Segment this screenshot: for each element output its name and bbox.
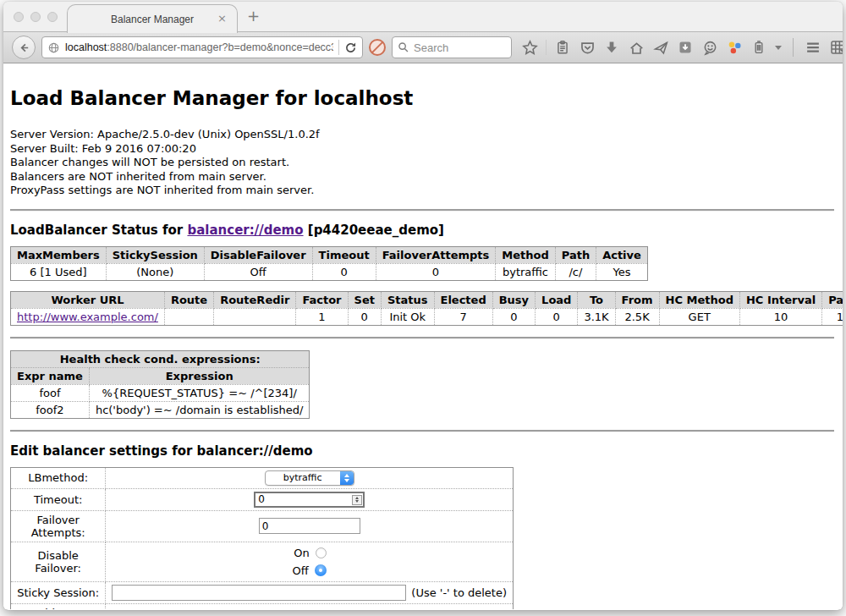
loadbalancer-status-heading: LoadBalancer Status for balancer://demo … <box>10 223 834 238</box>
status-heading-prefix: LoadBalancer Status for <box>10 223 183 238</box>
select-stepper-icon <box>340 471 354 485</box>
col-busy: Busy <box>492 291 535 308</box>
content-blocked-icon[interactable] <box>369 39 386 56</box>
lbmethod-select[interactable]: bytraffic <box>265 470 354 486</box>
add-worker-label: Add New Worker: <box>11 603 106 609</box>
col-set: Set <box>348 291 381 308</box>
col-failoverattempts: FailoverAttempts <box>376 246 496 263</box>
cell-status: Init Ok <box>381 308 434 325</box>
col-route: Route <box>164 291 213 308</box>
tab-balancer-manager[interactable]: Balancer Manager × <box>67 4 238 33</box>
window-zoom-button[interactable] <box>47 12 58 22</box>
window-minimize-button[interactable] <box>30 12 41 22</box>
cell-hc-interval: 10 <box>739 308 821 325</box>
col-disablefailover: DisableFailover <box>204 246 312 263</box>
toolbar-separator-2 <box>793 38 794 57</box>
col-path: Path <box>555 246 596 263</box>
col-method: Method <box>496 246 555 263</box>
cell-expression: hc('body') =~ /domain is established/ <box>89 401 310 418</box>
on-label: On <box>294 545 309 561</box>
col-expression: Expression <box>89 367 310 384</box>
grid-panel-icon[interactable] <box>829 39 843 56</box>
worker-url-link[interactable]: http://www.example.com/ <box>17 311 158 323</box>
page-title: Load Balancer Manager for localhost <box>10 87 834 109</box>
cell-stickysession: (None) <box>106 263 204 280</box>
divider <box>10 430 834 432</box>
toolbar-icons <box>521 38 843 57</box>
url-bar[interactable]: localhost:8880/balancer-manager?b=demo&n… <box>41 36 363 58</box>
failover-attempts-input[interactable] <box>259 518 360 534</box>
cell-expression: %{REQUEST_STATUS} =~ /^[234]/ <box>89 384 310 401</box>
bookmark-star-icon[interactable] <box>521 39 538 56</box>
col-passes: Passes <box>822 291 843 308</box>
search-icon <box>398 41 409 53</box>
disable-failover-on-radio[interactable] <box>316 547 327 558</box>
cell-timeout: 0 <box>312 263 376 280</box>
edit-settings-heading: Edit balancer settings for balancer://de… <box>10 443 834 459</box>
col-expr-name: Expr name <box>11 367 90 384</box>
balancer-summary-table: MaxMembers StickySession DisableFailover… <box>10 246 648 281</box>
number-spinner-icon[interactable] <box>352 495 362 505</box>
col-elected: Elected <box>434 291 492 308</box>
cell-disablefailover: Off <box>204 263 312 280</box>
new-tab-button[interactable]: + <box>247 8 260 24</box>
health-table-title: Health check cond. expressions: <box>11 350 310 367</box>
disable-failover-off-radio[interactable] <box>315 564 327 576</box>
table-header-row: MaxMembers StickySession DisableFailover… <box>11 246 648 263</box>
col-routeredir: RouteRedir <box>214 291 296 308</box>
back-button[interactable] <box>12 36 36 59</box>
lbmethod-label: LBmethod: <box>11 467 106 488</box>
failover-attempts-row: Failover Attempts: <box>11 510 514 542</box>
sticky-session-input[interactable] <box>112 585 406 601</box>
server-built-line: Server Built: Feb 9 2016 07:00:20 <box>10 142 834 157</box>
cell-from: 2.5K <box>615 308 659 325</box>
off-label: Off <box>293 563 309 579</box>
send-plane-icon[interactable] <box>652 39 669 56</box>
timeout-input[interactable] <box>254 492 365 508</box>
col-hc-interval: HC Interval <box>739 291 821 308</box>
col-load: Load <box>536 291 578 308</box>
cell-to: 3.1K <box>578 308 615 325</box>
search-input[interactable] <box>414 41 498 54</box>
home-icon[interactable] <box>628 39 645 56</box>
tab-title: Balancer Manager <box>111 14 194 25</box>
url-text[interactable]: localhost:8880/balancer-manager?b=demo&n… <box>65 41 333 53</box>
reload-icon[interactable] <box>344 41 357 54</box>
pocket-icon[interactable] <box>579 39 596 56</box>
col-maxmembers: MaxMembers <box>11 246 107 263</box>
navigation-toolbar: localhost:8880/balancer-manager?b=demo&n… <box>3 32 843 63</box>
table-header-row: Expr name Expression <box>11 367 310 384</box>
sticky-session-label: Sticky Session: <box>11 581 106 603</box>
menu-hamburger-icon[interactable] <box>805 39 821 56</box>
browser-window: Balancer Manager × + localhost:8880/bala… <box>3 2 843 610</box>
window-close-button[interactable] <box>14 12 24 22</box>
back-arrow-icon <box>18 41 30 54</box>
sticky-session-hint: (Use '-' to delete) <box>411 586 507 599</box>
balancer-demo-link[interactable]: balancer://demo <box>187 223 303 238</box>
cell-passes: 1 (0) <box>822 308 843 325</box>
download-icon[interactable] <box>603 39 620 56</box>
col-factor: Factor <box>296 291 348 308</box>
clipboard-icon[interactable] <box>554 39 571 56</box>
col-to: To <box>578 291 615 308</box>
color-dots-icon[interactable] <box>726 39 743 56</box>
cell-path: /c/ <box>555 263 596 280</box>
cell-expr-name: foof2 <box>11 401 90 418</box>
container-battery-icon[interactable] <box>750 39 767 56</box>
cell-active: Yes <box>596 263 648 280</box>
divider <box>10 209 834 212</box>
table-header-row: Worker URL Route RouteRedir Factor Set S… <box>11 291 843 308</box>
sticky-session-row: Sticky Session: (Use '-' to delete) <box>11 581 514 603</box>
search-bar[interactable] <box>392 36 512 58</box>
dropdown-caret-icon[interactable] <box>775 46 782 50</box>
server-info: Server Version: Apache/2.5.0-dev (Unix) … <box>10 128 834 198</box>
divider <box>10 337 834 339</box>
globe-icon <box>47 41 60 54</box>
tab-close-icon[interactable]: × <box>217 12 227 25</box>
square-download-icon[interactable] <box>677 39 694 56</box>
cell-factor: 1 <box>296 308 348 325</box>
timeout-row: Timeout: <box>11 488 514 510</box>
cell-expr-name: foof <box>11 384 90 401</box>
cell-failoverattempts: 0 <box>376 263 496 280</box>
chat-smiley-icon[interactable] <box>701 39 718 56</box>
